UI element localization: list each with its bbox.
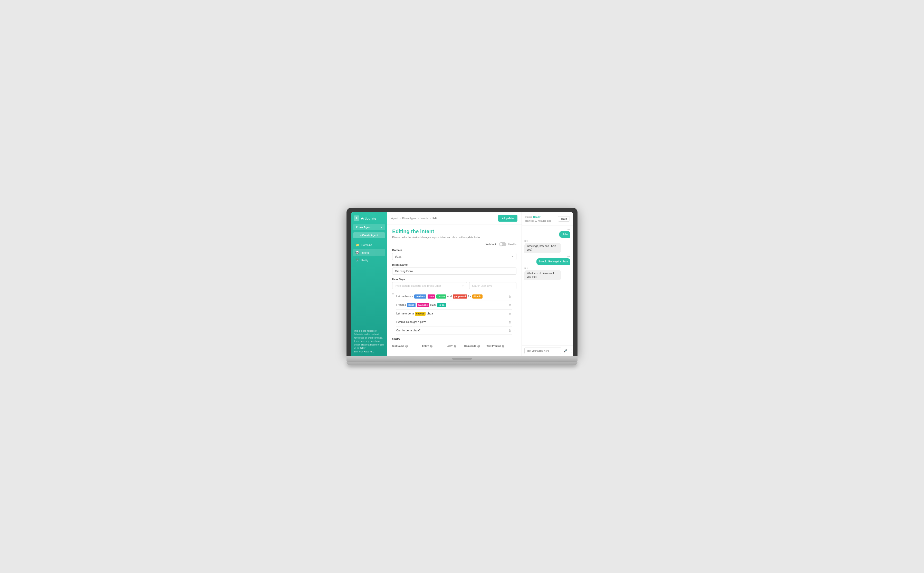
agent-selector[interactable]: Pizza Agent ▼ — [353, 224, 385, 230]
msg-bubble-user-2: I would like to get a pizza — [537, 258, 570, 265]
topbar: Agent › Pizza Agent › Intents › Edit + U… — [387, 212, 522, 224]
sidebar-footer: This is a pre-release of Articulate and … — [351, 327, 387, 356]
slots-title: Slots — [392, 337, 516, 341]
update-button[interactable]: + Update — [498, 215, 518, 222]
user-says-label: User Says — [392, 278, 516, 281]
domain-select[interactable]: pizza — [392, 253, 516, 260]
slot-col-entity: Entity ? — [422, 344, 447, 348]
utterance-row: I would like to get a pizza 🗑 — [396, 318, 512, 327]
footer-link-issue[interactable]: create an issue — [361, 343, 377, 346]
entity-tag-large: large — [407, 303, 416, 307]
webhook-toggle[interactable] — [499, 243, 507, 246]
webhook-label: Webhook: — [486, 243, 497, 246]
breadcrumb-sep-2: › — [418, 217, 419, 220]
chat-message-3: User I would like to get a pizza — [524, 255, 570, 265]
utterance-text-3: Let me order a cheese pizza — [396, 312, 507, 316]
utterance-text-5: Can i order a pizza? — [396, 329, 507, 333]
entity-tag-bacon: bacon — [436, 294, 446, 299]
intent-name-label: Intent Name — [392, 263, 516, 266]
quote-left: " — [392, 293, 394, 298]
microphone-button[interactable]: 🎤 — [563, 349, 568, 353]
chat-input-row: 🎤 ⋮ — [522, 345, 573, 356]
chat-input[interactable] — [524, 348, 561, 354]
status-value: Ready — [533, 216, 541, 218]
laptop-bottom — [347, 362, 577, 365]
sidebar-item-domains[interactable]: 📁 Domains — [353, 241, 385, 249]
trained-value: 19 minutes ago — [534, 219, 551, 222]
user-says-placeholder: Type sample dialogue and press Enter — [395, 284, 441, 287]
msg-bubble-bot-2: What size of pizza would you like? — [524, 270, 561, 280]
webhook-row: Webhook: Enable — [392, 243, 516, 246]
chat-message-2: Bot Greetings, how can I help you? — [524, 240, 570, 253]
chat-status: Status: Ready Trained: 19 minutes ago Tr… — [522, 212, 573, 225]
more-options-button[interactable]: ⋮ — [569, 349, 573, 353]
delete-utterance-1-icon[interactable]: 🗑 — [507, 295, 512, 298]
breadcrumb-edit: Edit — [433, 217, 437, 220]
app-logo: A Articulate — [351, 212, 387, 224]
slot-col-prompt: Text Prompt ? — [486, 344, 516, 348]
sidebar: A Articulate Pizza Agent ▼ + Create Agen… — [351, 212, 387, 356]
user-says-input-wrapper[interactable]: Type sample dialogue and press Enter ↵ — [392, 282, 467, 289]
entity-tag-dine-in: dine in — [472, 294, 483, 299]
intents-icon: 💬 — [355, 251, 359, 254]
toggle-thumb — [499, 243, 502, 246]
trained-label: Trained: — [525, 219, 534, 222]
enter-icon: ↵ — [462, 285, 464, 287]
utterance-text-4: I would like to get a pizza — [396, 320, 507, 324]
footer-link-rasa[interactable]: Rasa NLU — [364, 351, 375, 353]
sidebar-item-entity[interactable]: ✂️ Entity — [353, 257, 385, 264]
intent-name-field-group: Intent Name — [392, 263, 516, 275]
form-title: Editing the intent — [392, 229, 516, 235]
agent-name: Pizza Agent — [356, 226, 372, 229]
status-row: Status: Ready — [525, 215, 551, 219]
enable-label: Enable — [508, 243, 516, 246]
app-name: Articulate — [361, 216, 376, 220]
msg-sender-user-1: User — [566, 228, 570, 230]
user-says-row: Type sample dialogue and press Enter ↵ S… — [392, 282, 516, 289]
entity-tag-pepperoni: pepperoni — [453, 294, 467, 299]
slot-list-info-icon: ? — [454, 345, 457, 348]
msg-sender-bot-2: Bot — [524, 267, 528, 269]
domain-select-wrapper: pizza ▼ — [392, 253, 516, 260]
breadcrumb-pizza-agent: Pizza Agent — [402, 217, 416, 220]
domains-icon: 📁 — [355, 243, 359, 247]
utterance-row: Can i order a pizza? 🗑 — [396, 327, 512, 335]
sidebar-item-intents-label: Intents — [361, 251, 370, 254]
utterance-text-2: I need a large sausage pizza to go — [396, 303, 507, 307]
trained-row: Trained: 19 minutes ago — [525, 219, 551, 222]
slots-section: Slots Slot Name ? Entity ? — [392, 337, 516, 349]
status-label: Status: — [525, 216, 533, 218]
msg-sender-user-2: User — [566, 255, 570, 258]
quote-right: " — [515, 329, 516, 335]
slot-col-required: Required? ? — [464, 344, 486, 348]
create-agent-button[interactable]: + Create Agent — [353, 232, 385, 238]
chat-panel: Status: Ready Trained: 19 minutes ago Tr… — [522, 212, 573, 356]
slots-header: Slot Name ? Entity ? List? ? — [392, 343, 516, 349]
delete-utterance-2-icon[interactable]: 🗑 — [507, 304, 512, 307]
breadcrumb: Agent › Pizza Agent › Intents › Edit — [391, 217, 437, 220]
entity-icon: ✂️ — [355, 258, 359, 262]
sidebar-item-intents[interactable]: 💬 Intents — [353, 249, 385, 256]
breadcrumb-agent: Agent — [391, 217, 398, 220]
form-area: Editing the intent Please make the desir… — [387, 224, 522, 356]
logo-icon: A — [354, 216, 359, 221]
chat-message-1: User Hello — [524, 228, 570, 238]
msg-sender-bot-1: Bot — [524, 240, 528, 243]
slot-prompt-info-icon: ? — [502, 345, 504, 348]
agent-dropdown-icon: ▼ — [380, 226, 383, 229]
train-button[interactable]: Train — [558, 216, 570, 222]
user-says-field-group: User Says Type sample dialogue and press… — [392, 278, 516, 289]
delete-utterance-5-icon[interactable]: 🗑 — [507, 329, 512, 332]
slot-name-info-icon: ? — [405, 345, 408, 348]
chat-messages: User Hello Bot Greetings, how can I help… — [522, 225, 573, 345]
intent-name-input[interactable] — [392, 268, 516, 275]
breadcrumb-sep-3: › — [430, 217, 431, 220]
search-says-input[interactable]: Search user says — [469, 282, 516, 289]
delete-utterance-4-icon[interactable]: 🗑 — [507, 321, 512, 324]
delete-utterance-3-icon[interactable]: 🗑 — [507, 312, 512, 315]
msg-bubble-user-1: Hello — [559, 231, 570, 238]
sidebar-item-entity-label: Entity — [361, 259, 368, 262]
chat-message-4: Bot What size of pizza would you like? — [524, 267, 570, 280]
domain-label: Domain — [392, 249, 516, 252]
entity-tag-ham: ham — [428, 294, 435, 299]
